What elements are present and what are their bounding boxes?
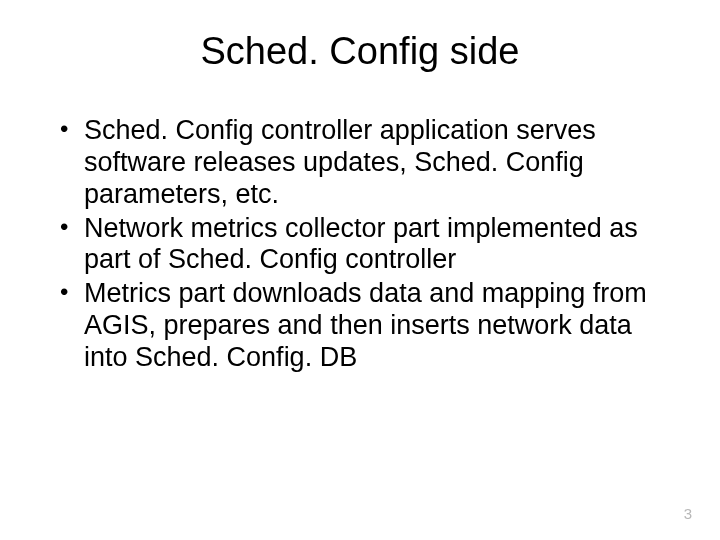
bullet-item: Network metrics collector part implement… [56, 213, 672, 277]
slide-title: Sched. Config side [48, 30, 672, 73]
bullet-item: Sched. Config controller application ser… [56, 115, 672, 211]
bullet-item: Metrics part downloads data and mapping … [56, 278, 672, 374]
bullet-list: Sched. Config controller application ser… [48, 115, 672, 374]
slide-container: Sched. Config side Sched. Config control… [0, 0, 720, 540]
page-number: 3 [684, 505, 692, 522]
